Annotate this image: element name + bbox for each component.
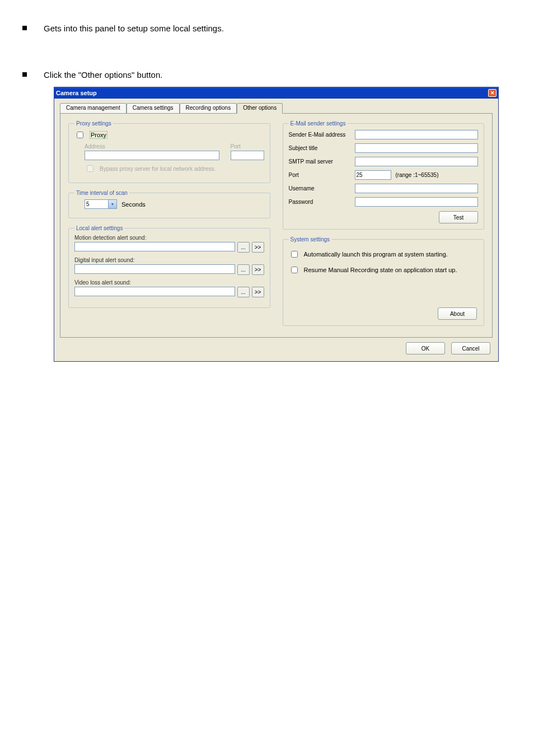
tabstrip: Camera management Camera settings Record…	[60, 103, 493, 114]
dialog-button-row: OK Cancel	[60, 338, 493, 356]
bypass-checkbox[interactable]	[87, 165, 93, 172]
sender-email-input[interactable]	[355, 130, 479, 139]
smtp-server-input[interactable]	[355, 157, 479, 166]
smtp-port-input[interactable]	[355, 170, 391, 180]
text: button.	[134, 70, 162, 80]
username-input[interactable]	[355, 184, 479, 193]
smtp-port-label: Port	[289, 172, 355, 178]
video-loss-label: Video loss alert sound:	[74, 279, 264, 286]
text: Click the	[44, 70, 78, 80]
resume-recording-label: Resume Manual Recording state on applica…	[304, 267, 457, 273]
titlebar: Camera setup ✕	[54, 87, 498, 99]
port-range-note: (range :1~65535)	[396, 172, 439, 178]
group-title: Proxy settings	[74, 120, 113, 127]
bullet-text: Click the "Other options" button.	[44, 69, 162, 82]
window-title: Camera setup	[56, 90, 488, 96]
close-icon[interactable]: ✕	[488, 89, 496, 97]
bypass-label: Bypass proxy server for local network ad…	[100, 166, 216, 172]
proxy-checkbox-label: Proxy	[90, 131, 107, 139]
doc-bullet-1: Gets into this panel to setup some local…	[22, 22, 512, 35]
tab-recording-options[interactable]: Recording options	[180, 103, 237, 113]
text-link: "Other options"	[78, 70, 135, 80]
proxy-port-input[interactable]	[231, 151, 264, 160]
left-column: Proxy settings Proxy Address Port	[68, 120, 270, 330]
camera-setup-dialog: Camera setup ✕ Camera management Camera …	[54, 87, 499, 362]
auto-launch-checkbox[interactable]	[291, 251, 298, 258]
scan-interval-input[interactable]	[85, 199, 108, 209]
unit-label: Seconds	[121, 201, 146, 208]
bullet-text: Gets into this panel to setup some local…	[44, 22, 224, 35]
play-button[interactable]: >>	[252, 264, 264, 275]
username-label: Username	[289, 185, 355, 192]
chevron-down-icon[interactable]: ▼	[108, 199, 117, 209]
browse-button[interactable]: ...	[237, 287, 250, 297]
digital-alert-label: Digital input alert sound:	[74, 257, 264, 263]
sender-label: Sender E-Mail address	[289, 132, 355, 138]
tab-content: Proxy settings Proxy Address Port	[60, 114, 493, 338]
test-button[interactable]: Test	[439, 211, 478, 223]
about-button[interactable]: About	[438, 307, 477, 320]
ok-button[interactable]: OK	[406, 342, 445, 354]
password-input[interactable]	[355, 197, 479, 207]
right-column: E-Mail sender settings Sender E-Mail add…	[283, 120, 485, 330]
subject-label: Subject title	[289, 145, 355, 151]
square-bullet-icon	[22, 26, 27, 30]
browse-button[interactable]: ...	[237, 264, 250, 275]
play-button[interactable]: >>	[252, 287, 264, 297]
motion-sound-input[interactable]	[74, 242, 235, 251]
video-loss-sound-input[interactable]	[74, 287, 235, 296]
proxy-address-input[interactable]	[85, 151, 219, 160]
port-label: Port	[231, 143, 264, 150]
group-title: System settings	[289, 236, 332, 242]
browse-button[interactable]: ...	[237, 242, 250, 253]
doc-bullet-2: Click the "Other options" button.	[22, 69, 512, 82]
auto-launch-label: Automatically launch this program at sys…	[304, 251, 448, 258]
email-sender-group: E-Mail sender settings Sender E-Mail add…	[283, 120, 485, 230]
motion-alert-label: Motion detection alert sound:	[74, 235, 264, 241]
group-title: Local alert settings	[74, 225, 124, 231]
scan-interval-group: Time interval of scan ▼ Seconds	[68, 190, 270, 218]
play-button[interactable]: >>	[252, 242, 264, 253]
tab-camera-settings[interactable]: Camera settings	[127, 103, 180, 113]
proxy-checkbox[interactable]	[77, 132, 83, 138]
group-title: Time interval of scan	[74, 190, 129, 196]
password-label: Password	[289, 199, 355, 205]
smtp-label: SMTP mail server	[289, 158, 355, 165]
address-label: Address	[85, 143, 219, 150]
digital-sound-input[interactable]	[74, 264, 235, 274]
cancel-button[interactable]: Cancel	[451, 342, 490, 354]
tab-camera-management[interactable]: Camera management	[60, 103, 127, 113]
resume-recording-checkbox[interactable]	[291, 267, 298, 273]
square-bullet-icon	[22, 72, 27, 77]
subject-input[interactable]	[355, 143, 479, 153]
group-title: E-Mail sender settings	[289, 120, 348, 127]
system-settings-group: System settings Automatically launch thi…	[283, 236, 485, 326]
proxy-settings-group: Proxy settings Proxy Address Port	[68, 120, 270, 183]
local-alert-group: Local alert settings Motion detection al…	[68, 225, 270, 308]
tab-other-options[interactable]: Other options	[237, 103, 283, 114]
scan-interval-combo[interactable]: ▼	[85, 199, 117, 209]
